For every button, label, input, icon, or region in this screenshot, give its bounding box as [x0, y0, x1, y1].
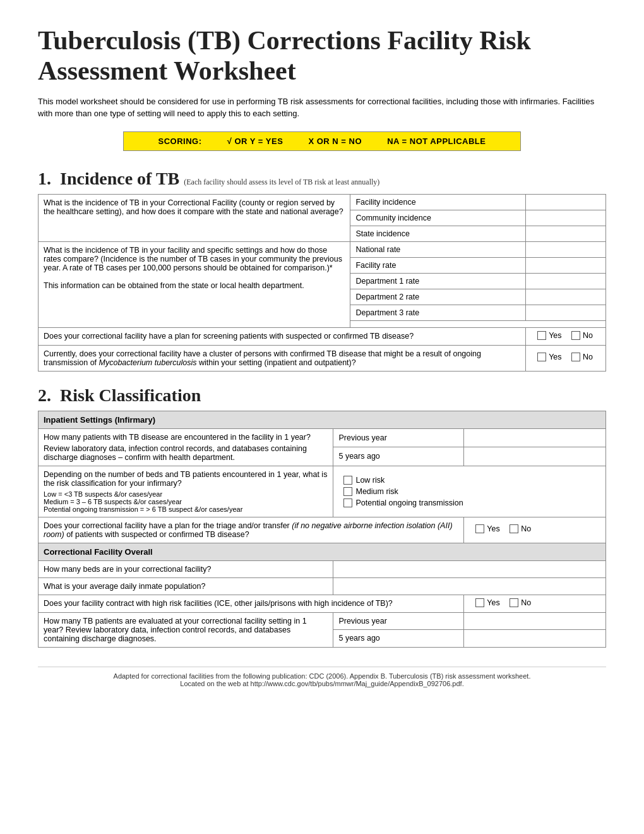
prev-year-label: Previous year: [333, 428, 464, 447]
pot-ongoing-option[interactable]: Potential ongoing transmission: [343, 499, 595, 507]
dept3-rate-value[interactable]: [526, 305, 606, 320]
dept2-rate-value[interactable]: [526, 289, 606, 305]
hr-no-checkbox[interactable]: [510, 598, 518, 607]
dept2-rate-label: Department 2 rate: [350, 289, 526, 305]
triage-yes-checkbox[interactable]: [475, 524, 484, 533]
low-risk-checkbox[interactable]: [343, 476, 352, 485]
community-incidence-value[interactable]: [526, 210, 606, 226]
pot-ongoing-checkbox[interactable]: [343, 499, 352, 507]
no1-checkbox[interactable]: [571, 331, 580, 340]
footer-line1: Adapted for correctional facilities from…: [38, 672, 606, 680]
page-title: Tuberculosis (TB) Corrections Facility R…: [38, 25, 606, 87]
pot-ongoing-label: Potential ongoing transmission: [355, 499, 463, 507]
risk-options-cell: Low risk Medium risk Potential ongoing t…: [333, 466, 606, 517]
table-row: Does your correctional facility have a p…: [39, 517, 606, 543]
hr-no-text: No: [521, 598, 531, 607]
no1-text: No: [583, 331, 593, 340]
scoring-yes: √ OR Y = YES: [227, 136, 283, 146]
hr-yes-text: Yes: [487, 598, 499, 607]
section2-title: 2. Risk Classification: [38, 385, 606, 406]
hr-yes-checkbox[interactable]: [475, 598, 484, 607]
table-row: What is the incidence of TB in your faci…: [39, 241, 606, 257]
inpatient-header: Inpatient Settings (Infirmary): [39, 411, 606, 428]
yes2-text: Yes: [549, 353, 561, 361]
facility-rate-label: Facility rate: [350, 257, 526, 273]
low-risk-label: Low risk: [355, 476, 385, 485]
yes1-checkbox[interactable]: [537, 331, 546, 340]
footer: Adapted for correctional facilities from…: [38, 667, 606, 687]
section1-table: What is the incidence of TB in your Corr…: [38, 194, 606, 372]
eval-prev-year-value[interactable]: [464, 612, 606, 630]
risk-small-2: Medium = 3 – 6 TB suspects &/or cases/ye…: [44, 498, 328, 505]
5years-label: 5 years ago: [333, 447, 464, 466]
info-row-text: This information can be obtained from th…: [44, 281, 304, 290]
section2-table: Inpatient Settings (Infirmary) How many …: [38, 411, 606, 648]
facility-incidence-value[interactable]: [526, 194, 606, 210]
correctional-header-row: Correctional Facility Overall: [39, 543, 606, 560]
dept1-rate-label: Department 1 rate: [350, 273, 526, 289]
table-row: Depending on the number of beds and TB p…: [39, 466, 606, 517]
pop-question: What is your average daily inmate popula…: [39, 577, 333, 595]
question1-text: What is the incidence of TB in your Corr…: [44, 198, 343, 216]
row1-question: How many patients with TB disease are en…: [44, 433, 328, 442]
mycobacterium-text: Mycobacterium tuberculosis: [99, 358, 197, 367]
eval-5years-label: 5 years ago: [333, 630, 464, 648]
question2-cell: What is the incidence of TB in your faci…: [39, 241, 350, 327]
beds-question: How many beds are in your correctional f…: [39, 560, 333, 577]
risk-small-1: Low = <3 TB suspects &/or cases/year: [44, 490, 328, 498]
yes1-text: Yes: [549, 331, 561, 340]
row1-question-cell: How many patients with TB disease are en…: [39, 428, 333, 466]
aii-room-text: (if no negative airborne infection isola…: [44, 521, 453, 539]
dept3-rate-label: Department 3 rate: [350, 305, 526, 320]
table-row: How many TB patients are evaluated at yo…: [39, 612, 606, 630]
table-row: How many patients with TB disease are en…: [39, 428, 606, 447]
correctional-header: Correctional Facility Overall: [39, 543, 606, 560]
eval-question-cell: How many TB patients are evaluated at yo…: [39, 612, 333, 647]
dept1-rate-value[interactable]: [526, 273, 606, 289]
table-row: How many beds are in your correctional f…: [39, 560, 606, 577]
prev-year-value[interactable]: [464, 428, 606, 447]
risk-small-3: Potential ongoing transmission = > 6 TB …: [44, 505, 328, 513]
hr-yes-label[interactable]: Yes: [475, 598, 499, 607]
yn2-cell: Yes No: [526, 345, 606, 371]
risk-class-question-cell: Depending on the number of beds and TB p…: [39, 466, 333, 517]
eval-prev-year-label: Previous year: [333, 612, 464, 630]
section1-title: 1. Incidence of TB (Each facility should…: [38, 169, 606, 189]
facility-rate-value[interactable]: [526, 257, 606, 273]
national-rate-value[interactable]: [526, 241, 606, 257]
hr-no-label[interactable]: No: [510, 598, 531, 607]
5years-value[interactable]: [464, 447, 606, 466]
facility-incidence-label: Facility incidence: [350, 194, 526, 210]
table-row: What is your average daily inmate popula…: [39, 577, 606, 595]
inpatient-header-row: Inpatient Settings (Infirmary): [39, 411, 606, 428]
state-incidence-value[interactable]: [526, 226, 606, 241]
medium-risk-checkbox[interactable]: [343, 487, 352, 496]
no1-label[interactable]: No: [571, 331, 593, 340]
triage-no-checkbox[interactable]: [510, 524, 518, 533]
table-row: What is the incidence of TB in your Corr…: [39, 194, 606, 210]
state-incidence-label: State incidence: [350, 226, 526, 241]
no2-text: No: [583, 353, 593, 361]
risk-class-question: Depending on the number of beds and TB p…: [44, 470, 328, 488]
yes1-label[interactable]: Yes: [537, 331, 561, 340]
medium-risk-option[interactable]: Medium risk: [343, 487, 595, 496]
pop-value[interactable]: [333, 577, 606, 595]
low-risk-option[interactable]: Low risk: [343, 476, 595, 485]
scoring-no: X OR N = NO: [308, 136, 362, 146]
question1-cell: What is the incidence of TB in your Corr…: [39, 194, 350, 241]
table-row: Does your facility contract with high ri…: [39, 595, 606, 612]
triage-no-label[interactable]: No: [510, 524, 531, 533]
no2-label[interactable]: No: [571, 353, 593, 361]
risk-options-container: Low risk Medium risk Potential ongoing t…: [338, 472, 600, 511]
eval-5years-value[interactable]: [464, 630, 606, 648]
footer-line2: Located on the web at http://www.cdc.gov…: [38, 680, 606, 687]
triage-yes-text: Yes: [487, 524, 499, 533]
yes2-label[interactable]: Yes: [537, 353, 561, 361]
yn1-cell: Yes No: [526, 327, 606, 345]
yes2-checkbox[interactable]: [537, 353, 546, 361]
question2-text: What is the incidence of TB in your faci…: [44, 246, 342, 272]
triage-yes-label[interactable]: Yes: [475, 524, 499, 533]
high-risk-yn-cell: Yes No: [464, 595, 606, 612]
beds-value[interactable]: [333, 560, 606, 577]
no2-checkbox[interactable]: [571, 353, 580, 361]
